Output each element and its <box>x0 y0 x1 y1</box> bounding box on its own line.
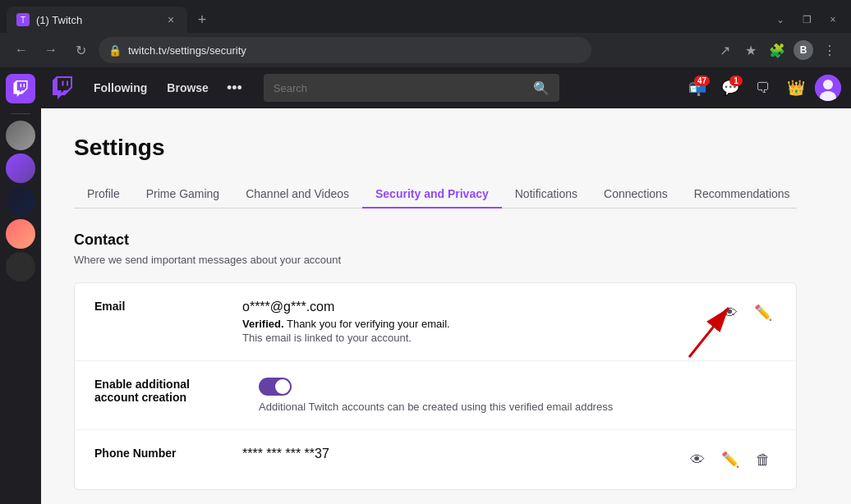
share-icon[interactable]: ↗ <box>713 39 736 62</box>
email-content: o****@g***.com Verified. Thank you for v… <box>242 300 717 344</box>
more-nav-button[interactable]: ••• <box>222 76 247 100</box>
enable-additional-note: Additional Twitch accounts can be create… <box>259 401 776 413</box>
phone-content: **** *** *** **37 <box>242 447 684 465</box>
search-icon[interactable]: 🔍 <box>533 80 550 96</box>
extensions-icon[interactable]: 🧩 <box>766 39 789 62</box>
email-value: o****@g***.com <box>242 300 717 314</box>
tab-favicon: T <box>16 13 30 26</box>
browser-profile-avatar: B <box>794 40 813 60</box>
svg-point-1 <box>823 80 833 89</box>
tab-recommendations[interactable]: Recommendations <box>681 181 803 208</box>
url-bar[interactable]: 🔒 twitch.tv/settings/security <box>99 37 591 63</box>
email-visibility-icon[interactable]: 👁 <box>717 300 743 326</box>
close-window-button[interactable]: × <box>821 8 844 31</box>
page-title: Settings <box>74 135 797 161</box>
browse-nav-link[interactable]: Browse <box>160 78 215 98</box>
enable-additional-content: Additional Twitch accounts can be create… <box>259 378 776 413</box>
tab-channel-videos[interactable]: Channel and Videos <box>232 181 362 208</box>
notifications-badge: 47 <box>694 76 710 86</box>
email-label: Email <box>94 300 242 313</box>
refresh-button[interactable]: ↻ <box>69 39 92 62</box>
email-edit-icon[interactable]: ✏️ <box>750 300 776 326</box>
settings-tabs: Profile Prime Gaming Channel and Videos … <box>74 181 797 208</box>
sidebar-avatar-3[interactable] <box>6 186 35 216</box>
search-input[interactable] <box>274 82 527 94</box>
email-verified-text: Verified. Thank you for verifying your e… <box>242 318 717 330</box>
tab-prime-gaming[interactable]: Prime Gaming <box>133 181 232 208</box>
tab-profile[interactable]: Profile <box>74 181 133 208</box>
verified-bold: Verified. <box>242 318 284 330</box>
new-tab-button[interactable]: + <box>191 8 214 31</box>
inbox-badge: 1 <box>729 76 743 86</box>
contact-section-title: Contact <box>74 231 797 249</box>
profile-icon[interactable]: B <box>792 39 815 62</box>
tab-notifications[interactable]: Notifications <box>502 181 591 208</box>
twitch-app: Following Browse ••• 🔍 📬 47 💬 1 🗨 <box>0 67 851 504</box>
following-nav-link[interactable]: Following <box>87 78 154 98</box>
user-avatar-icon <box>815 75 841 101</box>
toggle-knob <box>275 379 290 394</box>
twitch-logo-icon <box>51 76 74 99</box>
tab-security-privacy[interactable]: Security and Privacy <box>362 181 502 208</box>
enable-additional-label: Enable additional account creation <box>94 378 242 404</box>
maximize-button[interactable]: ❐ <box>795 8 818 31</box>
lock-icon: 🔒 <box>108 44 122 57</box>
twitch-logo[interactable] <box>51 76 74 99</box>
twitch-sidebar-logo[interactable] <box>6 74 35 103</box>
crown-icon-button[interactable]: 👑 <box>782 74 810 102</box>
tab-close-button[interactable]: × <box>164 13 177 26</box>
email-linked-note: This email is linked to your account. <box>242 332 717 344</box>
phone-visibility-icon[interactable]: 👁 <box>684 447 711 473</box>
inbox-button[interactable]: 💬 1 <box>716 74 744 102</box>
email-row: Email o****@g***.com Verified. Thank you… <box>75 283 796 361</box>
bookmark-icon[interactable]: ★ <box>739 39 762 62</box>
back-button[interactable]: ← <box>10 39 33 62</box>
notifications-button[interactable]: 📬 47 <box>683 74 711 102</box>
active-tab[interactable]: T (1) Twitch × <box>7 7 187 33</box>
enable-additional-row: Enable additional account creation Addit… <box>75 361 796 429</box>
phone-edit-icon[interactable]: ✏️ <box>717 447 743 473</box>
user-avatar-nav[interactable] <box>815 75 841 101</box>
minimize-button[interactable]: ⌄ <box>769 8 792 31</box>
url-text: twitch.tv/settings/security <box>128 44 582 57</box>
forward-button[interactable]: → <box>39 39 62 62</box>
phone-label: Phone Number <box>94 447 242 460</box>
search-inner[interactable]: 🔍 <box>264 74 559 102</box>
browser-toolbar: ↗ ★ 🧩 B ⋮ <box>713 39 841 62</box>
phone-value: **** *** *** **37 <box>242 447 684 461</box>
email-actions: 👁 ✏️ <box>717 300 776 326</box>
sidebar-avatar-5[interactable] <box>6 252 35 282</box>
content-area: Settings Profile Prime Gaming Channel an… <box>41 108 830 504</box>
enable-additional-toggle[interactable] <box>259 378 292 396</box>
phone-delete-icon[interactable]: 🗑 <box>750 447 776 473</box>
browser-chrome: T (1) Twitch × + ⌄ ❐ × ← → ↻ 🔒 twitch.tv… <box>0 0 851 67</box>
sidebar-divider-1 <box>11 113 30 114</box>
settings-card: Email o****@g***.com Verified. Thank you… <box>74 282 797 490</box>
sidebar-avatar-1[interactable] <box>6 121 35 150</box>
sidebar <box>0 67 41 504</box>
twitch-glitch-icon <box>12 80 29 97</box>
phone-actions: 👁 ✏️ 🗑 <box>684 447 776 473</box>
contact-section-description: Where we send important messages about y… <box>74 254 797 266</box>
phone-row: Phone Number **** *** *** **37 👁 ✏️ 🗑 <box>75 429 796 489</box>
sidebar-avatar-2[interactable] <box>6 153 35 183</box>
enable-toggle-row <box>259 378 776 396</box>
search-box: 🔍 <box>264 74 559 102</box>
tab-bar: T (1) Twitch × + ⌄ ❐ × <box>0 0 851 33</box>
menu-icon[interactable]: ⋮ <box>818 39 841 62</box>
address-bar: ← → ↻ 🔒 twitch.tv/settings/security ↗ ★ … <box>0 33 851 67</box>
main-content: Settings Profile Prime Gaming Channel an… <box>41 108 851 504</box>
tab-connections[interactable]: Connections <box>591 181 681 208</box>
tab-title: (1) Twitch <box>36 14 158 26</box>
top-navigation: Following Browse ••• 🔍 📬 47 💬 1 🗨 <box>41 67 851 108</box>
sidebar-avatar-4[interactable] <box>6 219 35 249</box>
window-controls: ⌄ ❐ × <box>769 8 844 31</box>
nav-right-icons: 📬 47 💬 1 🗨 👑 <box>683 74 841 102</box>
verified-message: Thank you for verifying your email. <box>287 318 450 330</box>
whispers-button[interactable]: 🗨 <box>749 74 777 102</box>
